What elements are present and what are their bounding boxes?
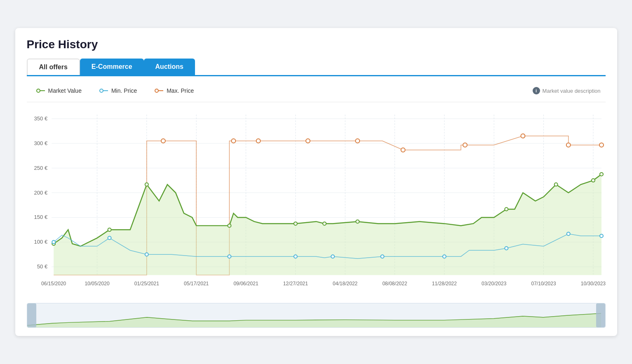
svg-point-55 [566, 232, 570, 235]
svg-point-53 [442, 255, 446, 258]
svg-point-34 [599, 143, 603, 147]
legend-market-value-label: Market Value [48, 87, 82, 94]
legend-min-price: Min. Price [95, 87, 137, 94]
svg-point-44 [591, 179, 594, 182]
svg-point-49 [228, 255, 231, 258]
legend-min-price-line [95, 90, 108, 91]
svg-point-41 [356, 220, 359, 223]
svg-point-26 [231, 139, 235, 143]
svg-text:05/17/2021: 05/17/2021 [184, 281, 209, 287]
svg-text:10/05/2020: 10/05/2020 [85, 281, 110, 287]
svg-text:11/28/2022: 11/28/2022 [432, 281, 457, 287]
svg-point-47 [108, 236, 111, 240]
svg-text:10/30/2023: 10/30/2023 [580, 281, 605, 287]
market-value-desc-text: Market value description [543, 88, 601, 94]
svg-text:250 €: 250 € [34, 165, 47, 171]
svg-text:03/20/2023: 03/20/2023 [482, 281, 507, 287]
price-history-card: Price History All offers E-Commerce Auct… [15, 28, 617, 336]
svg-point-40 [323, 222, 326, 225]
svg-text:300 €: 300 € [34, 140, 47, 146]
legend-max-price-line [150, 90, 163, 91]
svg-text:350 €: 350 € [34, 115, 47, 122]
svg-point-52 [381, 255, 384, 258]
svg-point-37 [145, 183, 148, 186]
legend-market-value: Market Value [32, 87, 82, 94]
tab-ecommerce[interactable]: E-Commerce [80, 59, 144, 75]
svg-point-56 [599, 234, 603, 237]
svg-text:07/10/2023: 07/10/2023 [531, 281, 556, 287]
tab-all-offers[interactable]: All offers [27, 59, 80, 75]
legend-max-price-label: Max. Price [167, 87, 194, 94]
svg-text:150 €: 150 € [34, 214, 47, 220]
svg-point-50 [294, 255, 297, 258]
info-icon: i [533, 87, 540, 94]
svg-point-46 [52, 240, 55, 244]
legend-min-price-label: Min. Price [111, 87, 137, 94]
tab-auctions[interactable]: Auctions [144, 59, 195, 75]
legend-max-price: Max. Price [150, 87, 194, 94]
price-chart: 350 € 300 € 250 € 200 € 150 € 100 € 50 € [27, 102, 606, 300]
svg-point-39 [294, 222, 297, 225]
market-value-description[interactable]: i Market value description [533, 87, 601, 94]
chart-svg: 350 € 300 € 250 € 200 € 150 € 100 € 50 € [27, 102, 606, 300]
svg-text:12/27/2021: 12/27/2021 [283, 281, 308, 287]
svg-point-54 [505, 247, 508, 250]
svg-text:50 €: 50 € [37, 263, 47, 270]
legend-market-value-line [32, 90, 45, 91]
svg-point-38 [228, 224, 231, 227]
svg-point-30 [401, 148, 405, 152]
chart-legend: Market Value Min. Price Max. Price i Mar… [27, 84, 606, 98]
svg-point-43 [554, 183, 557, 186]
svg-point-25 [161, 139, 165, 143]
svg-point-33 [566, 143, 570, 147]
svg-text:09/06/2021: 09/06/2021 [233, 281, 258, 287]
svg-point-31 [463, 143, 467, 147]
svg-point-28 [305, 139, 310, 143]
svg-point-32 [521, 134, 525, 138]
svg-point-36 [108, 228, 111, 231]
svg-text:08/08/2022: 08/08/2022 [382, 281, 407, 287]
svg-point-27 [256, 139, 260, 143]
chart-minimap[interactable] [27, 303, 606, 328]
svg-text:200 €: 200 € [34, 190, 47, 196]
svg-text:01/25/2021: 01/25/2021 [134, 281, 159, 287]
svg-point-29 [355, 139, 359, 143]
svg-point-42 [505, 207, 508, 211]
svg-text:06/15/2020: 06/15/2020 [41, 281, 66, 287]
svg-point-45 [599, 173, 603, 176]
svg-point-48 [145, 253, 148, 256]
svg-text:04/18/2022: 04/18/2022 [333, 281, 358, 287]
tab-bar: All offers E-Commerce Auctions [27, 59, 606, 76]
svg-rect-71 [596, 303, 605, 327]
svg-text:100 €: 100 € [34, 239, 47, 245]
svg-point-51 [331, 255, 334, 258]
page-title: Price History [27, 38, 606, 51]
svg-rect-70 [27, 303, 36, 327]
